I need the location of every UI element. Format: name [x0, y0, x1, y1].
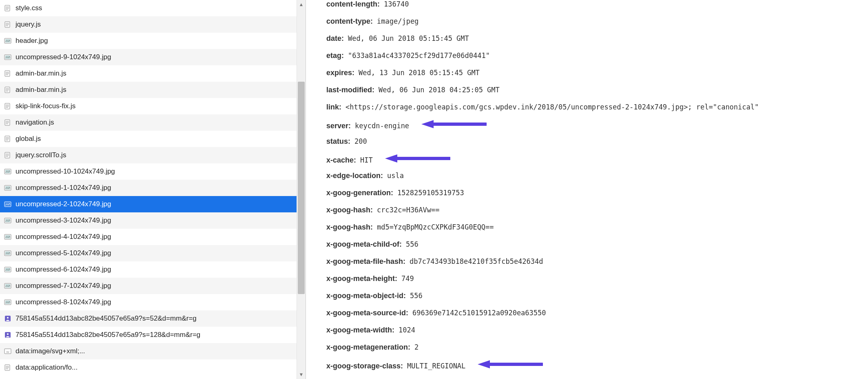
file-row[interactable]: admin-bar.min.js	[0, 82, 297, 98]
image-file-icon	[4, 266, 11, 273]
file-name-label: uncompressed-9-1024x749.jpg	[16, 53, 111, 61]
file-row[interactable]: data:application/fo...	[0, 359, 297, 376]
gravatar-icon	[4, 332, 11, 338]
file-row[interactable]: uncompressed-8-1024x749.jpg	[0, 294, 297, 310]
header-row: x-goog-meta-object-id:556	[326, 292, 848, 309]
header-key: link:	[326, 103, 341, 111]
file-row[interactable]: 758145a5514dd13abc82be45057e65a9?s=52&d=…	[0, 310, 297, 327]
file-name-label: data:image/svg+xml;...	[16, 347, 85, 355]
file-row[interactable]: uncompressed-7-1024x749.jpg	[0, 278, 297, 294]
header-key: status:	[326, 137, 350, 146]
header-key: x-goog-hash:	[326, 223, 373, 232]
file-row[interactable]: uncompressed-6-1024x749.jpg	[0, 261, 297, 278]
header-value: crc32c=H36AVw==	[377, 206, 440, 214]
document-file-icon	[4, 119, 11, 126]
svg-text:sv: sv	[7, 350, 10, 353]
file-row[interactable]: jquery.js	[0, 16, 297, 33]
header-row: expires:Wed, 13 Jun 2018 05:15:45 GMT	[326, 69, 848, 86]
file-name-label: uncompressed-2-1024x749.jpg	[16, 200, 111, 208]
header-value: keycdn-engine	[355, 122, 409, 130]
file-name-label: style.css	[16, 4, 42, 12]
file-name-label: uncompressed-7-1024x749.jpg	[16, 282, 111, 290]
file-name-label: data:application/fo...	[16, 363, 78, 372]
header-row: x-goog-meta-child-of:556	[326, 240, 848, 257]
header-value: "633a81a4c4337025cf29d177e06d0441"	[348, 51, 490, 60]
header-key: x-goog-hash:	[326, 206, 373, 214]
file-name-label: skip-link-focus-fix.js	[16, 102, 75, 110]
file-row[interactable]: jquery.scrollTo.js	[0, 147, 297, 163]
header-row: etag:"633a81a4c4337025cf29d177e06d0441"	[326, 51, 848, 69]
file-row[interactable]: uncompressed-10-1024x749.jpg	[0, 163, 297, 180]
response-headers-pane: content-length:136740content-type:image/…	[306, 0, 868, 379]
image-file-icon	[4, 234, 11, 240]
scrollbar-thumb[interactable]	[298, 82, 305, 294]
header-key: etag:	[326, 51, 344, 60]
header-value: 1024	[399, 326, 415, 334]
header-row: x-goog-metageneration:2	[326, 343, 848, 360]
file-row[interactable]: uncompressed-2-1024x749.jpg	[0, 196, 297, 212]
file-row[interactable]: uncompressed-1-1024x749.jpg	[0, 180, 297, 196]
file-name-label: uncompressed-5-1024x749.jpg	[16, 249, 111, 257]
svg-rect-37	[5, 170, 10, 173]
file-row[interactable]: admin-bar.min.js	[0, 65, 297, 82]
svg-rect-43	[5, 219, 10, 222]
file-name-label: 758145a5514dd13abc82be45057e65a9?s=128&d…	[16, 331, 200, 339]
document-file-icon	[4, 5, 11, 11]
image-file-icon	[4, 54, 11, 60]
svg-rect-51	[5, 284, 10, 288]
image-file-icon	[4, 283, 11, 289]
scroll-down-arrow-icon[interactable]: ▼	[297, 370, 306, 379]
header-value: HIT	[360, 156, 373, 164]
header-value: 2	[414, 343, 418, 351]
scroll-up-arrow-icon[interactable]: ▲	[297, 0, 306, 9]
header-key: date:	[326, 34, 344, 43]
file-name-label: uncompressed-8-1024x749.jpg	[16, 298, 111, 306]
svg-marker-67	[385, 154, 397, 163]
file-row[interactable]: skip-link-focus-fix.js	[0, 98, 297, 114]
file-list[interactable]: style.cssjquery.jsheader.jpguncompressed…	[0, 0, 297, 379]
header-key: x-goog-meta-source-id:	[326, 309, 408, 317]
file-row[interactable]: uncompressed-3-1024x749.jpg	[0, 212, 297, 229]
document-file-icon	[4, 70, 11, 77]
file-row[interactable]: 758145a5514dd13abc82be45057e65a9?s=128&d…	[0, 327, 297, 343]
header-value: 696369e7142c51015912a0920ea63550	[412, 309, 546, 317]
file-name-label: header.jpg	[16, 37, 48, 45]
header-key: expires:	[326, 69, 354, 77]
header-row: x-edge-location:usla	[326, 172, 848, 189]
header-value: 556	[410, 292, 423, 300]
header-key: x-goog-generation:	[326, 189, 393, 197]
file-row[interactable]: header.jpg	[0, 33, 297, 49]
file-row[interactable]: style.css	[0, 0, 297, 16]
svg-point-57	[7, 333, 9, 335]
header-row: x-goog-meta-width:1024	[326, 326, 848, 343]
file-row[interactable]: svdata:image/svg+xml;...	[0, 343, 297, 359]
svg-file-icon: sv	[4, 348, 11, 354]
file-name-label: admin-bar.min.js	[16, 69, 66, 78]
image-file-icon	[4, 250, 11, 256]
file-row[interactable]: uncompressed-9-1024x749.jpg	[0, 49, 297, 65]
header-row: x-goog-meta-height:749	[326, 274, 848, 292]
image-file-icon	[4, 38, 11, 44]
header-value: 556	[406, 240, 418, 248]
header-value: image/jpeg	[377, 17, 418, 25]
file-row[interactable]: global.js	[0, 131, 297, 147]
svg-marker-69	[478, 360, 490, 368]
file-name-label: jquery.js	[16, 20, 41, 29]
image-file-icon	[4, 185, 11, 191]
header-key: x-cache:	[326, 156, 356, 165]
header-key: x-goog-meta-width:	[326, 326, 394, 334]
svg-rect-47	[5, 252, 10, 255]
header-row: content-type:image/jpeg	[326, 17, 848, 34]
file-row[interactable]: navigation.js	[0, 114, 297, 131]
svg-point-55	[7, 317, 9, 319]
file-row[interactable]: uncompressed-5-1024x749.jpg	[0, 245, 297, 261]
document-file-icon	[4, 152, 11, 158]
scrollbar-track[interactable]: ▲ ▼	[297, 0, 306, 379]
file-row[interactable]: uncompressed-4-1024x749.jpg	[0, 229, 297, 245]
file-name-label: navigation.js	[16, 118, 54, 127]
file-name-label: global.js	[16, 135, 41, 143]
svg-rect-41	[5, 203, 10, 206]
document-file-icon	[4, 21, 11, 28]
header-row: x-goog-meta-source-id:696369e7142c510159…	[326, 309, 848, 326]
header-row: link:<https://storage.googleapis.com/gcs…	[326, 103, 848, 120]
